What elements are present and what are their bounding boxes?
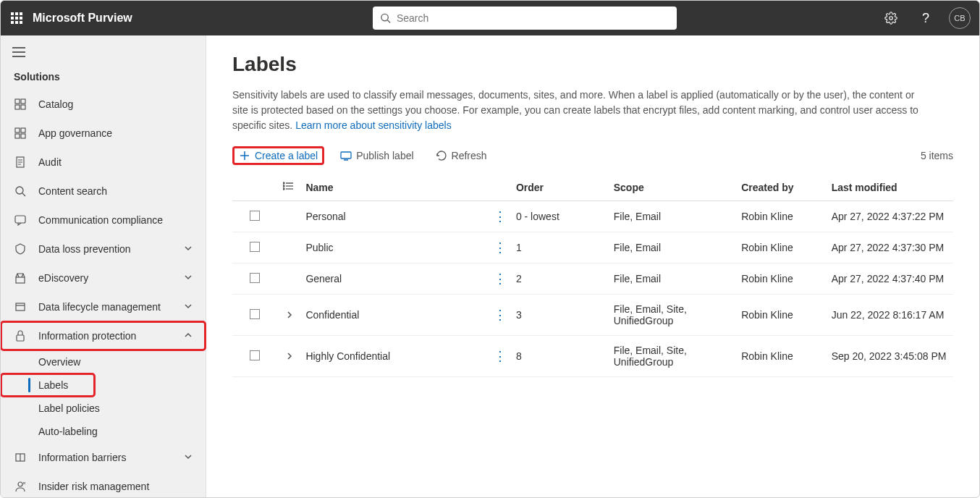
sidebar-subitem-auto-labeling[interactable]: Auto-labeling [1,420,206,443]
button-label: Publish label [356,150,413,161]
cell-name: Personal [305,211,345,222]
collapse-nav-button[interactable] [1,41,206,65]
sidebar-item-label: App governance [38,127,112,139]
row-checkbox[interactable] [250,211,260,221]
svg-point-48 [283,188,284,190]
sidebar-item-communication-compliance[interactable]: Communication compliance [1,206,206,235]
table-row[interactable]: Personal ⋮ 0 - lowest File, Email Robin … [232,201,953,232]
chevron-up-icon [184,330,193,342]
sidebar-item-data-lifecycle[interactable]: Data lifecycle management [1,292,206,321]
ediscovery-icon [14,271,27,284]
row-actions-button[interactable]: ⋮ [494,271,507,286]
chevron-down-icon [184,243,193,255]
search-icon [14,185,27,198]
sidebar-item-insider-risk[interactable]: Insider risk management [1,472,206,498]
help-icon: ? [922,11,929,26]
column-header-scope[interactable]: Scope [608,174,735,201]
list-view-header[interactable] [277,174,300,201]
svg-rect-6 [11,21,14,24]
sidebar-item-catalog[interactable]: Catalog [1,90,206,119]
sidebar-subitem-label-policies[interactable]: Label policies [1,397,206,420]
row-checkbox[interactable] [250,350,260,360]
svg-rect-18 [21,105,25,109]
column-header-order[interactable]: Order [510,174,608,201]
column-header-created-by[interactable]: Created by [735,174,826,201]
row-checkbox[interactable] [250,309,260,319]
app-name[interactable]: Microsoft Purview [33,12,132,25]
user-avatar[interactable]: CB [949,7,971,29]
refresh-button[interactable]: Refresh [430,147,493,164]
svg-point-46 [283,182,284,184]
sidebar-item-label: Audit [38,156,62,168]
table-row[interactable]: General ⋮ 2 File, Email Robin Kline Apr … [232,263,953,295]
sidebar-item-ediscovery[interactable]: eDiscovery [1,263,206,292]
sidebar-item-information-protection[interactable]: Information protection [1,321,206,350]
gear-icon [884,12,897,25]
row-actions-button[interactable]: ⋮ [494,308,507,322]
refresh-icon [436,150,447,161]
sidebar-item-data-loss-prevention[interactable]: Data loss prevention [1,235,206,263]
svg-point-47 [283,185,284,187]
search-box[interactable] [373,7,677,30]
search-input[interactable] [397,12,669,24]
sidebar-subitem-overview[interactable]: Overview [1,350,206,374]
svg-point-27 [16,187,23,194]
app-launcher-icon[interactable] [9,11,24,25]
item-count: 5 items [921,150,953,161]
toolbar: Create a label Publish label Refresh 5 i… [232,146,953,165]
table-header-row: Name Order Scope Created by Last modifie… [232,174,953,201]
sidebar-subitem-labels[interactable]: Labels [1,374,95,397]
cell-scope: File, Email [614,211,661,222]
labels-table: Name Order Scope Created by Last modifie… [232,174,953,377]
chevron-down-icon [184,272,193,284]
select-all-header[interactable] [232,174,277,201]
cell-scope: File, Email [614,273,661,284]
column-header-last-modified[interactable]: Last modified [826,174,953,201]
row-actions-button[interactable]: ⋮ [494,209,507,224]
svg-rect-8 [20,21,22,24]
svg-rect-1 [15,12,18,15]
row-actions-button[interactable]: ⋮ [494,240,507,255]
svg-rect-21 [15,134,20,138]
cell-scope: File, Email, Site, UnifiedGroup [614,345,687,368]
expand-row-button[interactable] [283,350,296,362]
publish-label-button[interactable]: Publish label [334,147,419,164]
learn-more-link[interactable]: Learn more about sensitivity labels [295,119,452,131]
sidebar-item-label: Insider risk management [38,481,149,492]
sidebar-item-app-governance[interactable]: App governance [1,119,206,148]
svg-rect-4 [15,17,18,20]
barriers-icon [14,451,27,464]
help-button[interactable]: ? [914,7,937,30]
svg-rect-7 [15,21,18,24]
row-checkbox[interactable] [250,273,260,283]
settings-button[interactable] [879,7,903,30]
dlp-icon [14,242,27,256]
row-checkbox[interactable] [250,242,260,252]
table-row[interactable]: Confidential ⋮ 3 File, Email, Site, Unif… [232,295,953,336]
sidebar-item-label: Communication compliance [38,214,163,226]
table-row[interactable]: Public ⋮ 1 File, Email Robin Kline Apr 2… [232,232,953,263]
cell-scope: File, Email, Site, UnifiedGroup [614,303,687,326]
svg-rect-22 [21,134,25,138]
expand-row-button[interactable] [283,309,296,321]
app-governance-icon [14,127,27,140]
sidebar-item-label: Overview [38,356,80,368]
svg-rect-41 [341,152,351,159]
cell-order: 3 [516,309,522,321]
sidebar-item-content-search[interactable]: Content search [1,177,206,206]
cell-created-by: Robin Kline [741,242,793,253]
column-header-name[interactable]: Name [300,174,487,201]
table-row[interactable]: Highly Confidential ⋮ 8 File, Email, Sit… [232,336,953,377]
row-actions-button[interactable]: ⋮ [494,349,507,363]
create-label-button[interactable]: Create a label [232,146,324,165]
svg-rect-2 [20,12,22,15]
sidebar-item-information-barriers[interactable]: Information barriers [1,443,206,472]
cell-order: 0 - lowest [516,211,559,222]
svg-line-28 [22,193,25,196]
audit-icon [14,156,27,169]
sidebar-item-audit[interactable]: Audit [1,148,206,177]
search-icon [380,12,391,24]
cell-order: 2 [516,273,522,284]
sidebar-item-label: Content search [38,185,107,197]
svg-point-9 [381,14,388,20]
